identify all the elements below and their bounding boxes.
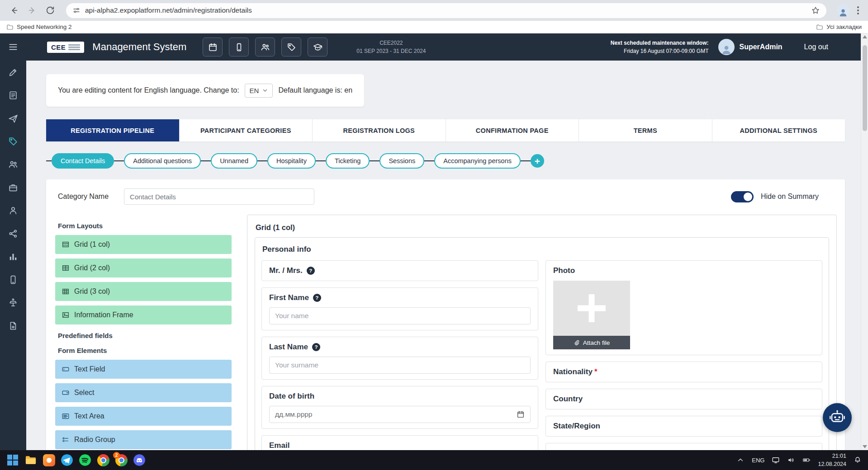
category-name-input[interactable] bbox=[124, 188, 314, 205]
all-bookmarks-button[interactable]: Усі закладки bbox=[816, 24, 862, 31]
browser-profile-avatar[interactable] bbox=[836, 4, 850, 17]
field-card-first-name[interactable]: First Name? bbox=[261, 287, 538, 330]
sidebar-item-tags[interactable] bbox=[0, 130, 26, 153]
display-icon[interactable] bbox=[772, 456, 780, 464]
browser-menu-button[interactable] bbox=[854, 4, 862, 17]
form-canvas[interactable]: Grid (1 col) Personal info Mr. / Mrs.? bbox=[247, 215, 837, 450]
battery-icon[interactable] bbox=[802, 456, 811, 464]
sidebar-item-mobile-app[interactable] bbox=[0, 268, 26, 291]
chatbot-button[interactable] bbox=[823, 403, 852, 432]
spotify-button[interactable] bbox=[76, 450, 94, 470]
tab-registration-pipeline[interactable]: REGISTRATION PIPELINE bbox=[46, 119, 180, 141]
layout-grid-3-col[interactable]: Grid (3 col) bbox=[55, 282, 232, 301]
field-card-email[interactable]: Email bbox=[261, 435, 538, 450]
bookmark-star-icon[interactable] bbox=[811, 6, 820, 15]
tab-confirmation-page[interactable]: CONFIRMATION PAGE bbox=[446, 119, 579, 141]
element-radio-group[interactable]: Radio Group bbox=[55, 430, 232, 449]
image-frame-icon bbox=[62, 311, 70, 319]
layout-grid-1-col[interactable]: Grid (1 col) bbox=[55, 235, 232, 254]
step-contact-details[interactable]: Contact Details bbox=[52, 153, 114, 169]
notifications-bell-icon[interactable] bbox=[854, 456, 862, 464]
sidebar-item-reports[interactable] bbox=[0, 314, 26, 337]
address-bar[interactable]: api-alpha2.expoplatform.net/admin/regist… bbox=[66, 3, 826, 18]
field-card-country[interactable]: Country bbox=[545, 389, 822, 409]
calendar-button[interactable] bbox=[203, 38, 223, 56]
sidebar-item-speakers[interactable] bbox=[0, 199, 26, 222]
file-explorer-button[interactable] bbox=[22, 450, 40, 470]
step-hospitality[interactable]: Hospitality bbox=[267, 153, 316, 169]
field-card-date-of-birth[interactable]: Date of birth дд.мм.рррр bbox=[261, 386, 538, 429]
hide-on-summary-toggle[interactable] bbox=[731, 191, 754, 202]
chrome-button[interactable] bbox=[94, 450, 112, 470]
speaker-icon[interactable] bbox=[787, 456, 795, 464]
step-sessions[interactable]: Sessions bbox=[379, 153, 424, 169]
keyboard-language[interactable]: ENG bbox=[752, 457, 764, 464]
scroll-up-arrow[interactable] bbox=[863, 35, 867, 38]
step-additional-questions[interactable]: Additional questions bbox=[124, 153, 201, 169]
help-icon[interactable]: ? bbox=[313, 294, 321, 302]
folder-icon bbox=[6, 24, 14, 31]
sidebar-item-exhibitors[interactable] bbox=[0, 176, 26, 199]
field-card-city[interactable]: City bbox=[545, 443, 822, 450]
sidebar-item-attendees[interactable] bbox=[0, 153, 26, 176]
element-text-field[interactable]: Text Field bbox=[55, 360, 232, 379]
sidebar-item-sessions[interactable] bbox=[0, 291, 26, 314]
user-avatar[interactable] bbox=[718, 39, 735, 55]
fields-column-right: Photo Attach file bbox=[545, 260, 822, 450]
tab-terms[interactable]: TERMS bbox=[579, 119, 712, 141]
element-text-area[interactable]: Text Area bbox=[55, 407, 232, 426]
education-button[interactable] bbox=[308, 38, 327, 56]
calendar-icon[interactable] bbox=[517, 410, 525, 418]
telegram-button[interactable] bbox=[58, 450, 76, 470]
chrome-profile-button[interactable]: 2 bbox=[112, 450, 130, 470]
step-unnamed[interactable]: Unnamed bbox=[211, 153, 257, 169]
step-connector bbox=[257, 160, 267, 161]
sidebar-item-analytics[interactable] bbox=[0, 245, 26, 268]
browser-reload-button[interactable] bbox=[43, 3, 58, 18]
layout-information-frame[interactable]: Information Frame bbox=[55, 306, 232, 324]
first-name-input[interactable] bbox=[269, 307, 531, 324]
photo-upload-area[interactable] bbox=[553, 281, 630, 336]
field-card-title[interactable]: Mr. / Mrs.? bbox=[261, 260, 538, 281]
sidebar-item-networking[interactable] bbox=[0, 222, 26, 245]
last-name-input[interactable] bbox=[269, 357, 531, 374]
logout-button[interactable]: Log out bbox=[804, 43, 828, 51]
discord-button[interactable] bbox=[130, 450, 148, 470]
add-step-button[interactable]: + bbox=[531, 154, 544, 168]
element-select[interactable]: Select bbox=[55, 383, 232, 402]
chevron-up-icon[interactable] bbox=[736, 456, 745, 464]
date-of-birth-input[interactable]: дд.мм.рррр bbox=[269, 406, 531, 423]
field-card-last-name[interactable]: Last Name? bbox=[261, 337, 538, 380]
help-icon[interactable]: ? bbox=[307, 267, 315, 275]
step-ticketing[interactable]: Ticketing bbox=[326, 153, 370, 169]
layout-grid-2-col[interactable]: Grid (2 col) bbox=[55, 258, 232, 277]
sidebar-item-travel[interactable] bbox=[0, 107, 26, 130]
field-card-photo[interactable]: Photo Attach file bbox=[545, 260, 822, 355]
attach-file-button[interactable]: Attach file bbox=[553, 336, 630, 349]
tags-button[interactable] bbox=[281, 38, 301, 56]
personal-info-group[interactable]: Personal info Mr. / Mrs.? First Name? bbox=[255, 237, 829, 450]
start-button[interactable] bbox=[4, 450, 22, 470]
tab-participant-categories[interactable]: PARTICIPANT CATEGORIES bbox=[180, 119, 313, 141]
sidebar-item-edit[interactable] bbox=[0, 61, 26, 84]
orange-app-button[interactable] bbox=[40, 450, 58, 470]
language-select[interactable]: EN bbox=[245, 84, 273, 98]
clock[interactable]: 21:01 12.08.2024 bbox=[818, 452, 846, 468]
scrollbar-thumb[interactable] bbox=[863, 45, 867, 131]
field-card-state-region[interactable]: State/Region bbox=[545, 416, 822, 437]
sidebar-item-forms[interactable] bbox=[0, 84, 26, 107]
attendees-button[interactable] bbox=[255, 38, 275, 56]
page-scrollbar[interactable] bbox=[861, 33, 868, 450]
field-card-nationality[interactable]: Nationality* bbox=[545, 362, 822, 382]
browser-back-button[interactable] bbox=[6, 3, 22, 18]
tab-registration-logs[interactable]: REGISTRATION LOGS bbox=[313, 119, 446, 141]
sidebar-menu-button[interactable] bbox=[0, 33, 26, 61]
mobile-button[interactable] bbox=[229, 38, 249, 56]
scroll-down-arrow[interactable] bbox=[863, 445, 867, 448]
browser-forward-button[interactable] bbox=[24, 3, 40, 18]
bookmark-folder-speed-networking[interactable]: Speed Networking 2 bbox=[6, 24, 72, 31]
step-accompanying-persons[interactable]: Accompanying persons bbox=[434, 153, 521, 169]
header-toolbar bbox=[203, 38, 327, 56]
help-icon[interactable]: ? bbox=[312, 343, 320, 351]
tab-additional-settings[interactable]: ADDITIONAL SETTINGS bbox=[712, 119, 845, 141]
